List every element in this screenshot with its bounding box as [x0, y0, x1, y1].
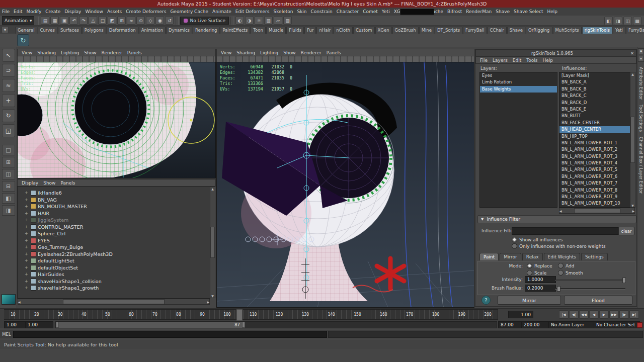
influence-item[interactable]: BN_L_ARM_LOWER_ROT_3 — [559, 153, 630, 160]
character-set-icon[interactable] — [637, 322, 642, 328]
influence-item[interactable]: BN_BACK_E — [559, 106, 630, 113]
intensity-field[interactable]: 1.0000 — [525, 276, 556, 283]
move-tool-icon[interactable]: + — [2, 94, 15, 107]
layer-item[interactable]: Eyes — [480, 72, 557, 79]
viewport-menu-item[interactable]: Lighting — [258, 50, 280, 55]
shelf-tab[interactable]: Curves — [38, 27, 58, 34]
show-all-influences-radio[interactable]: Show all influences — [512, 237, 563, 242]
range-end-handle[interactable] — [242, 322, 245, 328]
playback-range-bar[interactable]: 87 — [56, 322, 245, 328]
layer-item[interactable]: Base Weights — [480, 86, 557, 93]
select-by-hierarchy-icon[interactable]: △ — [89, 16, 97, 25]
two-pane-side-layout-icon[interactable]: ◫ — [2, 169, 15, 179]
step-forward-frame-button[interactable]: |▶ — [619, 310, 629, 319]
render-view-icon[interactable]: ◐ — [235, 16, 244, 25]
expand-icon[interactable]: + — [25, 225, 29, 229]
paint-select-tool-icon[interactable]: ≈ — [2, 79, 15, 92]
two-pane-stacked-layout-icon[interactable]: ⊟ — [2, 181, 15, 192]
animation-end-field[interactable]: 200.00 — [521, 321, 550, 328]
expand-icon[interactable]: + — [25, 265, 29, 270]
open-scene-icon[interactable]: ▦ — [50, 16, 59, 25]
menu-item[interactable]: Help — [545, 9, 559, 14]
shelf-tab[interactable]: Fluids — [286, 27, 304, 34]
viewport-menu-item[interactable]: Show — [82, 50, 98, 55]
anim-layer-selector[interactable]: No Anim Layer — [548, 321, 596, 328]
menu-item[interactable]: Skeleton — [272, 9, 295, 14]
range-start-handle[interactable] — [56, 322, 59, 328]
viewport-menu-item[interactable]: Shading — [35, 50, 58, 55]
scroll-down-icon[interactable]: ▼ — [631, 204, 634, 207]
expand-icon[interactable]: + — [25, 272, 29, 277]
outliner-row[interactable]: + HAIR — [18, 210, 210, 217]
viewport-menu-item[interactable]: View — [219, 50, 233, 55]
scale-tool-icon[interactable]: ◱ — [2, 124, 15, 137]
mode-radio[interactable]: Replace — [527, 263, 558, 268]
influence-item[interactable]: BN_BACK_C — [559, 93, 630, 99]
influence-item[interactable]: BN_BACK_A — [559, 79, 630, 85]
menu-item[interactable]: Geometry Cache — [168, 9, 210, 14]
animation-start-field[interactable]: 1.00 — [4, 321, 26, 328]
rgskintools-titlebar[interactable]: rgSkinTools 1.0.965 ✕ — [475, 49, 636, 57]
menu-item[interactable]: Animate — [210, 9, 233, 14]
shelf-tab[interactable]: nCloth — [334, 27, 353, 34]
outliner-row[interactable]: + Geo_Tummy_Bulge — [18, 244, 210, 251]
menu-item[interactable]: Character — [335, 9, 361, 14]
influence-item[interactable]: BN_FACE_CENTER — [559, 120, 630, 126]
snap-to-plane-icon[interactable]: ◇ — [146, 16, 154, 25]
influence-item[interactable]: BN_BACK_B — [559, 86, 630, 93]
influence-item[interactable]: BN_BACK_D — [559, 100, 630, 106]
shelf-tab[interactable]: FurryBall — [463, 27, 487, 34]
intensity-slider[interactable] — [555, 280, 625, 281]
lasso-select-tool-icon[interactable]: ⊃ — [2, 64, 15, 77]
render-settings-icon[interactable]: ☼ — [255, 16, 263, 25]
outliner-row[interactable]: + HairGuides — [18, 271, 210, 278]
outliner-row[interactable]: + Eyelashes2:ZBrushPolyMesh3D — [18, 251, 210, 258]
expand-icon[interactable]: + — [25, 198, 29, 202]
influence-item[interactable]: BN_L_ARM_LOWER_ROT_1 — [559, 140, 630, 146]
range-slider-track[interactable]: 87 — [55, 321, 497, 328]
expand-icon[interactable]: + — [25, 252, 29, 256]
viewport-menu-item[interactable]: Renderer — [299, 50, 324, 55]
outliner-row[interactable]: + EYES — [18, 237, 210, 244]
skin-tools-tab[interactable]: Settings — [581, 253, 608, 260]
go-to-start-button[interactable]: |◀ — [559, 310, 569, 319]
rig-skin-tools-shelf-icon[interactable]: ↻ — [17, 34, 29, 46]
expand-icon[interactable]: + — [25, 218, 29, 222]
rgskintools-menu-item[interactable]: Help — [540, 58, 555, 63]
skin-tools-tab[interactable]: Edit Weights — [544, 253, 580, 260]
make-live-icon[interactable]: ◉ — [155, 16, 164, 25]
menu-item[interactable]: Modify — [25, 9, 44, 14]
outliner-row[interactable]: + ikHandle6 — [18, 190, 210, 197]
expand-icon[interactable]: + — [25, 245, 29, 249]
shelf-tab[interactable]: Surfaces — [58, 27, 82, 34]
shelf-tab[interactable]: Custom — [353, 27, 375, 34]
play-forward-button[interactable]: ▶ — [599, 310, 609, 319]
influence-item[interactable]: BN_L_ARM_LOWER_ROT_9 — [559, 194, 630, 200]
scroll-up-icon[interactable]: ▲ — [631, 72, 634, 76]
influence-item[interactable]: BN_L_ARM_LOWER_ROT_10 — [559, 200, 630, 207]
outliner-menu-item[interactable]: Panels — [58, 180, 77, 186]
toggle-tool-settings-icon[interactable]: ◨ — [614, 17, 622, 25]
title-bar[interactable]: Autodesk Maya 2015 - Student Version: E:… — [0, 0, 644, 8]
shelf-tab[interactable]: Shave — [507, 27, 525, 34]
shelf-tab[interactable]: XGen — [375, 27, 392, 34]
go-to-end-button[interactable]: ▶| — [629, 310, 639, 319]
outliner-horizontal-scrollbar[interactable]: ◀ ▶ — [18, 299, 210, 305]
influence-item[interactable]: BN_L_ARM_LOWER_ROT_6 — [559, 173, 630, 180]
menu-item[interactable]: Create Deformers — [124, 9, 168, 14]
scroll-right-icon[interactable]: ▶ — [207, 300, 209, 304]
step-back-key-button[interactable]: ◀◀ — [579, 310, 589, 319]
shelf-tab[interactable]: Rendering — [193, 27, 219, 34]
shelf-tab[interactable]: FurryBall1 — [626, 27, 644, 34]
outliner-row[interactable]: + defaultObjectSet — [18, 264, 210, 272]
influence-item[interactable]: BN_HIP_TOP — [559, 133, 630, 140]
scroll-up-icon[interactable]: ▲ — [211, 187, 214, 191]
viewport-menu-item[interactable]: Renderer — [100, 50, 124, 55]
influence-item[interactable]: BN_L_ARM_LOWER_ROT_7 — [559, 180, 630, 187]
menu-item[interactable]: Yeti — [380, 9, 392, 14]
live-surface-field[interactable]: No Live Surface — [180, 17, 229, 25]
construction-history-icon[interactable]: ↺ — [165, 16, 174, 25]
menu-item[interactable]: Shave — [494, 9, 512, 14]
dock-tab[interactable]: Attribute Editor — [638, 67, 643, 100]
viewport-menu-item[interactable]: Show — [281, 50, 297, 55]
